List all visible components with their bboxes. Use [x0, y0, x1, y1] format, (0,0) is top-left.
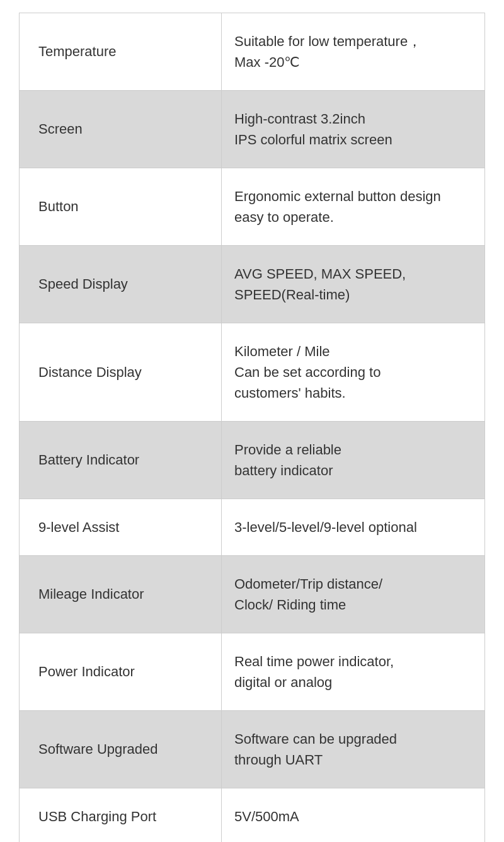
- cell-value-power-indicator: Real time power indicator,digital or ana…: [222, 633, 484, 710]
- cell-label-usb-charging-port: USB Charging Port: [20, 788, 221, 842]
- cell-label-software-upgraded: Software Upgraded: [20, 711, 221, 788]
- cell-label-distance-display: Distance Display: [20, 323, 221, 421]
- cell-label-temperature: Temperature: [20, 13, 221, 90]
- cell-value-mileage-indicator: Odometer/Trip distance/Clock/ Riding tim…: [222, 556, 484, 633]
- table-row: Software UpgradedSoftware can be upgrade…: [19, 711, 485, 788]
- cell-value-9-level-assist: 3-level/5-level/9-level optional: [222, 499, 484, 555]
- table-row: TemperatureSuitable for low temperature，…: [19, 13, 485, 91]
- table-row: ScreenHigh-contrast 3.2inchIPS colorful …: [19, 91, 485, 168]
- table-row: ButtonErgonomic external button designea…: [19, 168, 485, 246]
- cell-label-screen: Screen: [20, 91, 221, 168]
- cell-label-button: Button: [20, 168, 221, 245]
- cell-value-temperature: Suitable for low temperature，Max -20℃: [222, 13, 484, 90]
- cell-label-battery-indicator: Battery Indicator: [20, 422, 221, 499]
- cell-label-speed-display: Speed Display: [20, 246, 221, 323]
- table-row: Power IndicatorReal time power indicator…: [19, 633, 485, 711]
- table-row: Mileage IndicatorOdometer/Trip distance/…: [19, 556, 485, 633]
- cell-value-speed-display: AVG SPEED, MAX SPEED,SPEED(Real-time): [222, 246, 484, 323]
- cell-label-power-indicator: Power Indicator: [20, 633, 221, 710]
- cell-value-button: Ergonomic external button designeasy to …: [222, 168, 484, 245]
- table-row: USB Charging Port5V/500mA: [19, 788, 485, 842]
- specs-table: TemperatureSuitable for low temperature，…: [19, 13, 485, 842]
- table-row: 9-level Assist3-level/5-level/9-level op…: [19, 499, 485, 556]
- cell-value-battery-indicator: Provide a reliablebattery indicator: [222, 422, 484, 499]
- cell-value-screen: High-contrast 3.2inchIPS colorful matrix…: [222, 91, 484, 168]
- cell-value-software-upgraded: Software can be upgradedthrough UART: [222, 711, 484, 788]
- cell-value-usb-charging-port: 5V/500mA: [222, 788, 484, 842]
- table-row: Speed DisplayAVG SPEED, MAX SPEED,SPEED(…: [19, 246, 485, 323]
- table-row: Battery IndicatorProvide a reliablebatte…: [19, 422, 485, 499]
- cell-label-mileage-indicator: Mileage Indicator: [20, 556, 221, 633]
- cell-label-9-level-assist: 9-level Assist: [20, 499, 221, 555]
- cell-value-distance-display: Kilometer / MileCan be set according toc…: [222, 323, 484, 421]
- table-row: Distance DisplayKilometer / MileCan be s…: [19, 323, 485, 422]
